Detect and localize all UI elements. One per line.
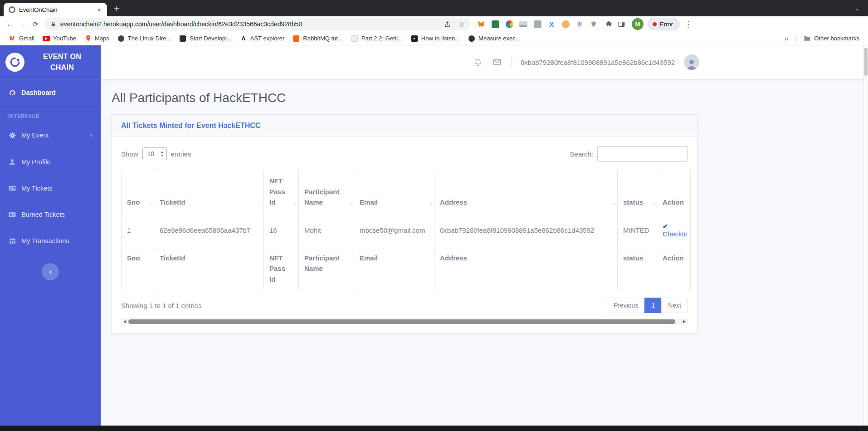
sidebar-item-burned-tickets[interactable]: Burned Tickets bbox=[0, 201, 101, 228]
page-length-select[interactable]: 10 bbox=[142, 147, 167, 160]
folder-icon bbox=[804, 35, 811, 42]
shield-extension-icon[interactable] bbox=[590, 20, 598, 28]
horizontal-scrollbar[interactable]: ◀ ▶ bbox=[121, 318, 688, 324]
scrollbar-thumb[interactable] bbox=[128, 319, 675, 324]
tab-close-icon[interactable]: × bbox=[95, 5, 103, 14]
bookmark-label: AST explorer bbox=[250, 35, 285, 42]
col-header-ticketid[interactable]: TicketId↑↓ bbox=[154, 170, 264, 213]
vertical-scrollbar-thumb[interactable] bbox=[864, 48, 868, 76]
sidebar: EVENT ON CHAIN Dashboard INTERFACE My Ev… bbox=[0, 45, 101, 431]
green-extension-icon[interactable] bbox=[491, 20, 499, 28]
bookmark-ast-explorer[interactable]: ΛAST explorer bbox=[236, 34, 289, 44]
table-icon bbox=[8, 237, 16, 245]
sidebar-collapse-button[interactable]: ‹ bbox=[42, 263, 59, 280]
address-bar[interactable]: eventonchain2.herokuapp.com/user/dashboa… bbox=[44, 18, 471, 30]
browser-tab[interactable]: EventOnChain × bbox=[4, 3, 107, 16]
pagination-next[interactable]: Next bbox=[661, 298, 688, 313]
tab-search-chevron-icon[interactable]: ⌄ bbox=[854, 5, 868, 16]
bookmark-star-icon[interactable]: ☆ bbox=[455, 18, 468, 30]
col-header-participant-name[interactable]: Participant Name↑↓ bbox=[299, 170, 354, 213]
footer-col-address: Address bbox=[434, 247, 618, 290]
pagination-page-1[interactable]: 1 bbox=[644, 298, 662, 313]
sidebar-item-my-profile[interactable]: My Profile bbox=[0, 149, 101, 175]
col-header-address[interactable]: Address↑↓ bbox=[434, 170, 618, 213]
metamask-fox-icon[interactable] bbox=[477, 20, 485, 28]
bookmarks-bar: MGmail YouTube Maps The Linux Dire... St… bbox=[0, 32, 868, 45]
sort-icon: ↑↓ bbox=[293, 200, 296, 207]
col-header-status[interactable]: status↑↓ bbox=[618, 170, 657, 213]
error-label: Error bbox=[660, 21, 673, 28]
bookmark-start-developing[interactable]: Start Developi... bbox=[175, 34, 236, 44]
cell-participant-name: Mohit bbox=[299, 213, 354, 247]
col-header-sno[interactable]: Sno↑↓ bbox=[122, 170, 154, 213]
bookmark-label: Part 2.2: Getti... bbox=[361, 35, 403, 42]
scroll-left-arrow-icon[interactable]: ◀ bbox=[121, 318, 128, 324]
bookmark-gmail[interactable]: MGmail bbox=[5, 34, 39, 44]
sidebar-item-dashboard[interactable]: Dashboard bbox=[0, 79, 101, 106]
sort-icon: ↑↓ bbox=[349, 200, 351, 207]
sidebar-item-my-transactions[interactable]: My Transactions bbox=[0, 228, 101, 254]
sidebar-item-label: My Event bbox=[21, 132, 49, 139]
cell-nft-pass-id: 16 bbox=[264, 213, 299, 247]
bookmark-how-to-listen[interactable]: How to listen... bbox=[407, 34, 464, 44]
cell-address: 0xbab79280fea8f8109908891a5e862b86c1d435… bbox=[434, 213, 618, 247]
bookmark-label: RabbitMQ tut... bbox=[303, 35, 342, 42]
bookmark-rabbitmq[interactable]: RabbitMQ tut... bbox=[288, 34, 346, 44]
footer-col-sno: Sno bbox=[122, 247, 154, 290]
bookmark-linux[interactable]: The Linux Dire... bbox=[113, 34, 175, 44]
scrollbar-track[interactable] bbox=[128, 318, 681, 324]
checkin-link[interactable]: CheckIn bbox=[663, 230, 688, 238]
participants-table: Sno↑↓ TicketId↑↓ NFT Pass Id↑↓ Participa… bbox=[121, 170, 691, 290]
globe-icon bbox=[117, 35, 125, 42]
participants-card: All Tickets Minted for Event HackETHCC S… bbox=[112, 114, 697, 334]
scroll-right-arrow-icon[interactable]: ▶ bbox=[681, 318, 688, 324]
reload-button[interactable]: ⟳ bbox=[29, 18, 42, 30]
bookmark-measure-exec[interactable]: Measure exec... bbox=[464, 34, 525, 44]
burned-ticket-icon bbox=[8, 211, 16, 219]
error-dot-icon bbox=[653, 22, 657, 26]
x-extension-icon[interactable]: X bbox=[547, 20, 556, 28]
back-button[interactable]: ← bbox=[4, 18, 16, 30]
sidebar-item-my-tickets[interactable]: My Tickets bbox=[0, 175, 101, 201]
table-row: 1 62e3e96d6eea65806aa437b7 16 Mohit mbcs… bbox=[122, 213, 691, 247]
bookmark-youtube[interactable]: YouTube bbox=[39, 34, 80, 44]
col-header-nft-pass-id[interactable]: NFT Pass Id↑↓ bbox=[264, 170, 299, 213]
browser-profile-avatar[interactable]: M bbox=[632, 18, 644, 30]
search-input[interactable] bbox=[597, 146, 688, 162]
gear-icon bbox=[8, 131, 16, 139]
gray-extension-icon[interactable] bbox=[533, 20, 541, 28]
bookmarks-separator bbox=[795, 34, 796, 43]
bookmark-label: Gmail bbox=[19, 35, 34, 42]
brand-logo-icon bbox=[5, 53, 24, 72]
bookmark-maps[interactable]: Maps bbox=[80, 34, 113, 44]
bell-icon[interactable] bbox=[473, 57, 483, 67]
sidebar-brand[interactable]: EVENT ON CHAIN bbox=[0, 45, 101, 79]
bookmarks-overflow-chevron-icon[interactable]: » bbox=[781, 34, 792, 42]
bookmark-part-2-2[interactable]: Part 2.2: Getti... bbox=[347, 34, 407, 44]
extensions-puzzle-icon[interactable] bbox=[602, 18, 615, 30]
bottom-edge bbox=[0, 426, 868, 431]
pagination-previous[interactable]: Previous bbox=[607, 298, 645, 313]
other-bookmarks-label: Other bookmarks bbox=[814, 35, 859, 42]
forward-button[interactable]: → bbox=[16, 18, 29, 30]
sidebar-item-my-event[interactable]: My Event › bbox=[0, 122, 101, 149]
side-panel-icon[interactable] bbox=[615, 18, 628, 30]
vertical-scrollbar[interactable] bbox=[863, 45, 868, 431]
snowflake-extension-icon[interactable] bbox=[575, 20, 584, 28]
site-info-lock-icon[interactable] bbox=[50, 21, 56, 27]
cell-action: ✔ CheckIn bbox=[657, 213, 691, 247]
avatar-face-extension-icon[interactable] bbox=[561, 20, 570, 28]
laptop-extension-icon[interactable] bbox=[519, 20, 527, 28]
other-bookmarks-button[interactable]: Other bookmarks bbox=[800, 34, 863, 44]
sync-error-button[interactable]: Error bbox=[648, 18, 680, 30]
col-header-email[interactable]: Email↑↓ bbox=[354, 170, 434, 213]
user-avatar[interactable] bbox=[684, 54, 699, 70]
col-header-action[interactable]: Action bbox=[657, 170, 691, 213]
new-tab-button[interactable]: + bbox=[110, 2, 123, 15]
search-label: Search: bbox=[570, 150, 593, 158]
menu-kebab-icon[interactable]: ⋮ bbox=[680, 20, 697, 29]
footer-col-ticketid: TicketId bbox=[154, 247, 264, 290]
envelope-icon[interactable] bbox=[492, 57, 502, 67]
share-icon[interactable] bbox=[441, 18, 454, 30]
color-picker-extension-icon[interactable] bbox=[505, 20, 513, 28]
